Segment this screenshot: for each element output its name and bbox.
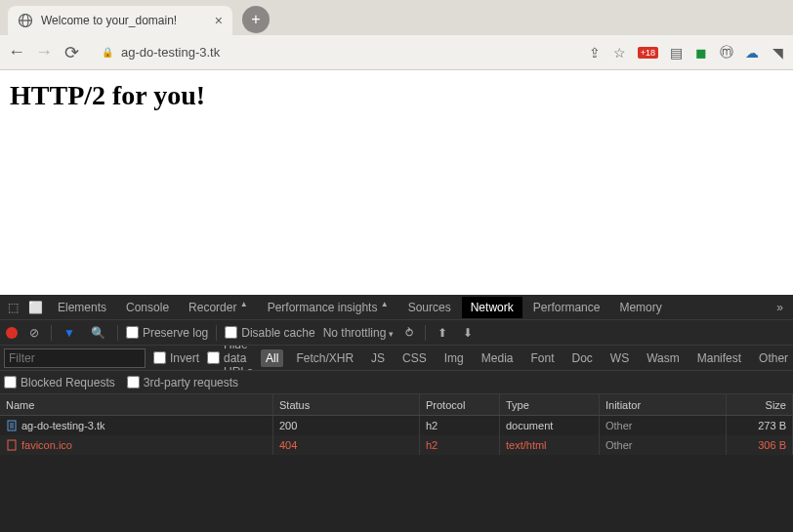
tab-network[interactable]: Network (462, 297, 522, 318)
tabs-overflow-icon[interactable]: » (771, 301, 789, 314)
network-toolbar: ⊘ ▼ 🔍 Preserve log Disable cache No thro… (0, 320, 793, 346)
col-type[interactable]: Type (500, 394, 600, 415)
extension-icon-5[interactable]: ◥ (770, 45, 785, 61)
extension-icon-3[interactable]: ⓜ (719, 45, 734, 61)
extension-badge[interactable]: +18 (638, 47, 658, 59)
type-doc[interactable]: Doc (566, 349, 597, 367)
col-initiator[interactable]: Initiator (600, 394, 727, 415)
col-status[interactable]: Status (273, 394, 420, 415)
browser-toolbar: ← → ⟳ 🔒 ag-do-testing-3.tk ⇪ ☆ +18 ▤ ◼ ⓜ… (0, 35, 793, 70)
close-icon[interactable]: × (215, 13, 223, 28)
share-icon[interactable]: ⇪ (587, 45, 603, 61)
record-button[interactable] (6, 327, 18, 339)
hide-data-urls-checkbox[interactable]: Hide data URLs (207, 346, 253, 371)
toolbar-actions: ⇪ ☆ +18 ▤ ◼ ⓜ ☁ ◥ (587, 45, 785, 61)
network-conditions-icon[interactable]: ⥁ (401, 326, 417, 340)
type-manifest[interactable]: Manifest (692, 349, 746, 367)
type-wasm[interactable]: Wasm (642, 349, 685, 367)
search-icon[interactable]: 🔍 (87, 326, 109, 340)
extension-icon-1[interactable]: ▤ (668, 45, 684, 61)
export-icon[interactable]: ⬇ (459, 326, 477, 340)
tab-memory[interactable]: Memory (610, 297, 670, 318)
type-css[interactable]: CSS (397, 349, 432, 367)
address-bar[interactable]: 🔒 ag-do-testing-3.tk (90, 39, 577, 66)
type-other[interactable]: Other (754, 349, 793, 367)
tab-elements[interactable]: Elements (49, 297, 115, 318)
document-icon (6, 439, 18, 451)
globe-icon (18, 13, 33, 28)
reload-button[interactable]: ⟳ (63, 42, 80, 63)
network-table-header[interactable]: Name Status Protocol Type Initiator Size (0, 394, 793, 416)
tab-title: Welcome to your_domain! (41, 14, 207, 27)
tab-sources[interactable]: Sources (399, 297, 460, 318)
import-icon[interactable]: ⬆ (434, 326, 451, 340)
filter-toggle-icon[interactable]: ▼ (60, 326, 79, 340)
device-icon[interactable]: ⬜ (24, 301, 47, 314)
type-media[interactable]: Media (477, 349, 519, 367)
invert-checkbox[interactable]: Invert (153, 351, 199, 365)
filter-input[interactable] (4, 348, 146, 368)
type-js[interactable]: JS (366, 349, 390, 367)
type-ws[interactable]: WS (605, 349, 634, 367)
extension-icon-4[interactable]: ☁ (744, 45, 760, 61)
devtools-panel: ⬚ ⬜ Elements Console Recorder ▲ Performa… (0, 295, 793, 532)
network-filter-bar-2: Blocked Requests 3rd-party requests (0, 371, 793, 394)
col-name[interactable]: Name (0, 394, 273, 415)
type-font[interactable]: Font (525, 349, 559, 367)
tab-strip: Welcome to your_domain! × + (0, 0, 793, 35)
inspect-icon[interactable]: ⬚ (4, 301, 22, 314)
tab-performance-insights[interactable]: Performance insights ▲ (259, 296, 397, 318)
browser-tab[interactable]: Welcome to your_domain! × (8, 6, 232, 35)
network-table: Name Status Protocol Type Initiator Size… (0, 394, 793, 532)
type-fetch[interactable]: Fetch/XHR (291, 349, 358, 367)
devtools-tabbar: ⬚ ⬜ Elements Console Recorder ▲ Performa… (0, 295, 793, 320)
lock-icon: 🔒 (102, 47, 113, 58)
bookmark-icon[interactable]: ☆ (612, 45, 628, 61)
tab-console[interactable]: Console (117, 297, 178, 318)
preserve-log-checkbox[interactable]: Preserve log (126, 326, 208, 340)
document-icon (6, 420, 18, 431)
forward-button[interactable]: → (35, 42, 53, 62)
network-filter-bar: Invert Hide data URLs All Fetch/XHR JS C… (0, 346, 793, 371)
extension-icon-2[interactable]: ◼ (693, 45, 709, 61)
throttling-select[interactable]: No throttling (323, 326, 394, 340)
url-text: ag-do-testing-3.tk (121, 45, 220, 60)
type-img[interactable]: Img (439, 349, 469, 367)
blocked-requests-checkbox[interactable]: Blocked Requests (4, 376, 115, 389)
tab-performance[interactable]: Performance (524, 297, 609, 318)
table-row[interactable]: favicon.ico 404 h2 text/html Other 306 B (0, 435, 793, 455)
page-content: HTTP/2 for you! (0, 70, 793, 295)
page-heading: HTTP/2 for you! (10, 80, 783, 111)
col-protocol[interactable]: Protocol (420, 394, 500, 415)
type-all[interactable]: All (261, 349, 283, 367)
disable-cache-checkbox[interactable]: Disable cache (225, 326, 314, 340)
third-party-checkbox[interactable]: 3rd-party requests (127, 376, 238, 389)
new-tab-button[interactable]: + (242, 6, 270, 33)
clear-icon[interactable]: ⊘ (25, 326, 43, 340)
tab-recorder[interactable]: Recorder ▲ (180, 296, 257, 318)
col-size[interactable]: Size (727, 394, 793, 415)
back-button[interactable]: ← (8, 42, 25, 62)
table-row[interactable]: ag-do-testing-3.tk 200 h2 document Other… (0, 416, 793, 435)
svg-rect-7 (8, 440, 16, 450)
